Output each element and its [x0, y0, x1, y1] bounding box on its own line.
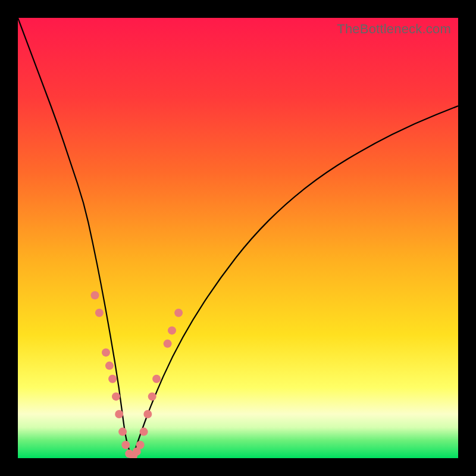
sample-point [168, 326, 176, 334]
sample-point [148, 392, 156, 400]
sample-point [143, 410, 152, 418]
sample-point [152, 375, 161, 383]
sample-point [112, 392, 120, 400]
sample-point [140, 428, 148, 436]
chart-frame: TheBottleneck.com [0, 0, 476, 476]
plot-area: TheBottleneck.com [18, 18, 458, 458]
sample-point [121, 441, 130, 449]
sample-point [102, 348, 110, 356]
watermark-text: TheBottleneck.com [337, 21, 451, 37]
bottleneck-curve [18, 18, 458, 453]
sample-point [164, 340, 172, 348]
sample-point [115, 410, 123, 418]
sample-point [174, 309, 183, 317]
sample-point [91, 291, 99, 299]
sample-point [136, 441, 145, 449]
curve-layer [18, 18, 458, 458]
sample-point [105, 362, 114, 370]
sample-points [91, 291, 183, 458]
sample-point [118, 428, 127, 436]
sample-point [95, 309, 104, 317]
sample-point [108, 375, 117, 383]
